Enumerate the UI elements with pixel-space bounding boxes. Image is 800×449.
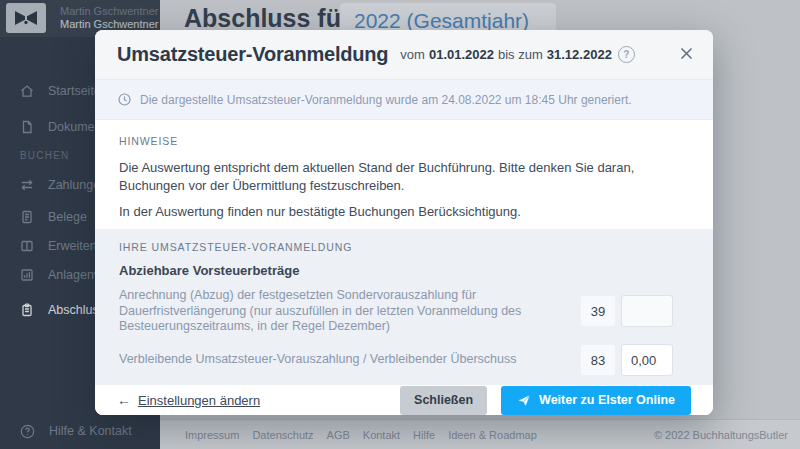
modal-footer: ← Einstellungen ändern Schließen Weiter …: [95, 385, 713, 415]
close-button[interactable]: Schließen: [400, 386, 487, 415]
arrow-left-icon: ←: [117, 392, 131, 408]
group-heading: Abziehbare Vorsteuerbeträge: [119, 263, 687, 278]
date-to: 31.12.2022: [547, 47, 612, 62]
row-code-badge: 39: [581, 296, 615, 326]
table-row: Verbleibende Umsatzsteuer-Vorauszahlung …: [119, 344, 687, 376]
row-label: Anrechnung (Abzug) der festgesetzten Son…: [119, 288, 581, 335]
hint-paragraph-1: Die Auswertung entspricht dem aktuellen …: [119, 159, 677, 195]
modal-title: Umsatzsteuer-Voranmeldung: [117, 43, 388, 66]
row-label: Verbleibende Umsatzsteuer-Vorauszahlung …: [119, 352, 581, 368]
row-value-input[interactable]: [621, 295, 673, 327]
row-code-badge: 83: [581, 345, 615, 375]
modal-header: Umsatzsteuer-Voranmeldung vom 01.01.2022…: [95, 30, 713, 80]
weiter-zu-elster-button[interactable]: Weiter zu Elster Online: [501, 386, 691, 415]
row-value-input[interactable]: [621, 344, 673, 376]
close-icon[interactable]: [675, 42, 697, 64]
report-label: IHRE UMSATZSTEUER-VORANMELDUNG: [119, 241, 687, 253]
paper-plane-icon: [517, 394, 531, 407]
date-from: 01.01.2022: [429, 47, 494, 62]
hints-section: HINWEISE Die Auswertung entspricht dem a…: [95, 120, 713, 229]
clock-icon: [118, 93, 131, 106]
hint-paragraph-2: In der Auswertung finden nur bestätigte …: [119, 203, 677, 221]
generation-notice: Die dargestellte Umsatzsteuer-Voranmeldu…: [95, 80, 713, 120]
vat-report-section: IHRE UMSATZSTEUER-VORANMELDUNG Abziehbar…: [95, 229, 713, 385]
hints-label: HINWEISE: [119, 135, 689, 147]
modal-date-range: vom 01.01.2022 bis zum 31.12.2022 ?: [400, 46, 635, 63]
umsatzsteuer-voranmeldung-modal: Umsatzsteuer-Voranmeldung vom 01.01.2022…: [95, 30, 713, 415]
change-settings-link[interactable]: ← Einstellungen ändern: [117, 392, 260, 408]
help-icon[interactable]: ?: [618, 46, 635, 63]
table-row: Anrechnung (Abzug) der festgesetzten Son…: [119, 288, 687, 335]
